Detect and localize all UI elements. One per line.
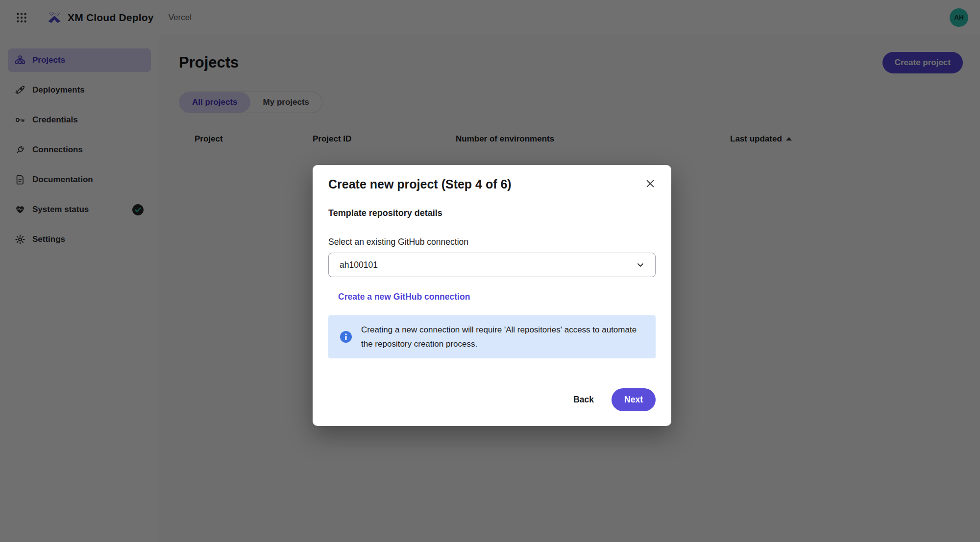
modal-title: Create new project (Step 4 of 6) bbox=[328, 177, 512, 191]
back-button[interactable]: Back bbox=[573, 395, 594, 405]
next-button[interactable]: Next bbox=[612, 388, 656, 411]
close-icon bbox=[645, 178, 656, 189]
app-window: XM Cloud Deploy Vercel AH Projects bbox=[0, 0, 980, 542]
info-icon bbox=[340, 331, 352, 343]
github-connection-select-value: ah100101 bbox=[340, 260, 378, 270]
info-alert-text: Creating a new connection will require '… bbox=[361, 323, 644, 351]
close-button[interactable] bbox=[642, 175, 659, 192]
create-project-modal: Create new project (Step 4 of 6) Templat… bbox=[313, 165, 671, 426]
github-connection-select-label: Select an existing GitHub connection bbox=[328, 237, 656, 247]
info-alert: Creating a new connection will require '… bbox=[328, 315, 656, 358]
create-github-connection-link[interactable]: Create a new GitHub connection bbox=[338, 292, 470, 302]
chevron-down-icon bbox=[636, 260, 645, 270]
section-title: Template repository details bbox=[328, 208, 656, 218]
github-connection-select[interactable]: ah100101 bbox=[328, 253, 656, 277]
